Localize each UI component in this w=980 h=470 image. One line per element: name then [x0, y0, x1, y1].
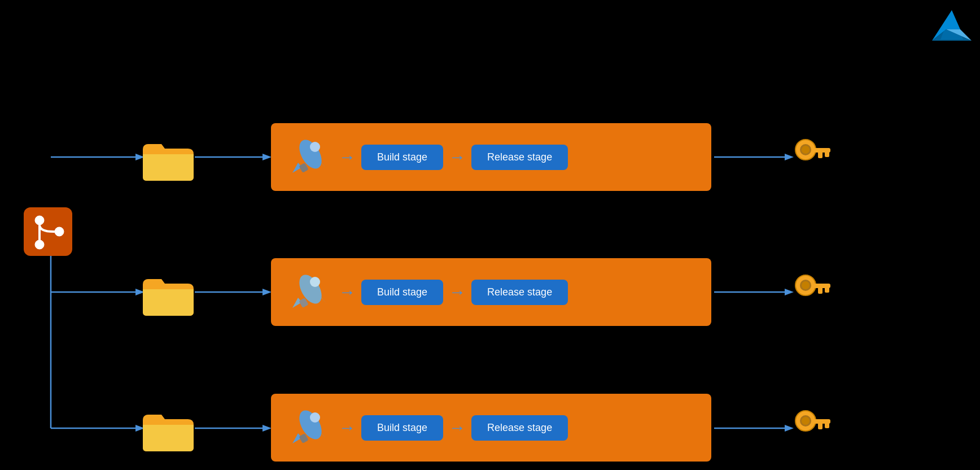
pipeline-icon-row2 [282, 267, 333, 317]
release-stage-btn-row3: Release stage [471, 415, 568, 441]
key-icon-row3 [793, 407, 833, 452]
svg-point-36 [310, 277, 320, 287]
svg-point-31 [802, 146, 810, 154]
azure-logo-icon [929, 6, 974, 45]
folder-row1 [140, 138, 196, 186]
svg-rect-42 [825, 287, 829, 293]
pipeline-icon-row3 [282, 402, 333, 453]
key-row3 [793, 407, 833, 454]
arrow-to-build-row3: → [339, 418, 356, 437]
svg-point-23 [55, 227, 64, 236]
arrow-to-release-row2: → [449, 282, 466, 302]
svg-point-21 [35, 216, 44, 225]
svg-point-49 [802, 417, 810, 425]
folder-row3 [140, 409, 196, 456]
release-stage-btn-row1: Release stage [471, 145, 568, 170]
svg-rect-52 [818, 423, 823, 429]
pipeline-box-row1: → Build stage → Release stage [271, 123, 711, 191]
key-icon-row1 [793, 136, 833, 181]
svg-marker-10 [262, 289, 272, 295]
svg-marker-14 [785, 154, 794, 160]
svg-rect-51 [825, 423, 829, 428]
arrow-to-build-row2: → [339, 282, 356, 302]
folder-icon-row1 [140, 138, 196, 184]
svg-rect-33 [825, 151, 829, 157]
svg-marker-16 [785, 289, 794, 295]
svg-point-40 [802, 281, 810, 289]
pipeline-box-row2: → Build stage → Release stage [271, 258, 711, 326]
svg-rect-43 [818, 287, 823, 294]
pipeline-icon-row1 [282, 132, 333, 182]
git-icon-container [23, 206, 73, 259]
arrow-to-release-row1: → [449, 147, 466, 167]
svg-rect-34 [818, 151, 823, 158]
folder-icon-row2 [140, 273, 196, 319]
svg-point-45 [310, 412, 320, 423]
folder-icon-row3 [140, 409, 196, 454]
svg-marker-12 [262, 425, 272, 432]
pipeline-box-row3: → Build stage → Release stage [271, 394, 711, 462]
build-stage-btn-row2: Build stage [361, 280, 443, 305]
key-row1 [793, 136, 833, 183]
build-stage-btn-row1: Build stage [361, 145, 443, 170]
arrow-to-build-row1: → [339, 147, 356, 167]
folder-row2 [140, 273, 196, 321]
release-stage-btn-row2: Release stage [471, 280, 568, 305]
svg-marker-18 [785, 425, 794, 432]
svg-marker-8 [262, 154, 272, 160]
arrow-to-release-row3: → [449, 418, 466, 437]
svg-point-27 [310, 142, 320, 152]
key-icon-row2 [793, 271, 833, 316]
key-row2 [793, 271, 833, 319]
svg-point-22 [35, 240, 44, 249]
azure-logo [929, 6, 974, 45]
build-stage-btn-row3: Build stage [361, 415, 443, 441]
git-repository-icon [23, 206, 73, 257]
diagram-container: → Build stage → Release stage [0, 0, 980, 470]
